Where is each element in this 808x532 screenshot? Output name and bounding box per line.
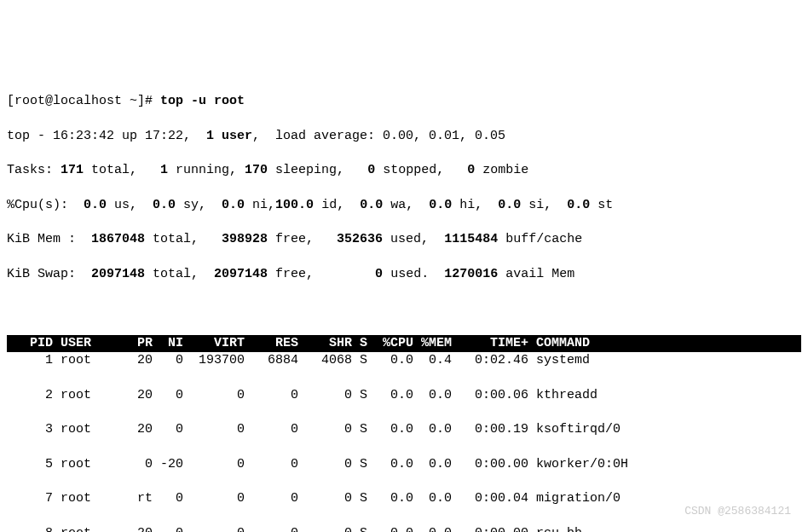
top-summary-line-3: %Cpu(s): 0.0 us, 0.0 sy, 0.0 ni,100.0 id… <box>7 197 801 214</box>
top-summary-line-5: KiB Swap: 2097148 total, 2097148 free, 0… <box>7 266 801 283</box>
top-summary-line-2: Tasks: 171 total, 1 running, 170 sleepin… <box>7 162 801 179</box>
top-summary-line-1: top - 16:23:42 up 17:22, 1 user, load av… <box>7 128 801 145</box>
command-text: top -u root <box>160 94 245 108</box>
blank-line <box>7 300 801 317</box>
process-row: 7 root rt 0 0 0 0 S 0.0 0.0 0:00.04 migr… <box>7 490 801 507</box>
process-row: 2 root 20 0 0 0 0 S 0.0 0.0 0:00.06 kthr… <box>7 387 801 404</box>
terminal-output: [root@localhost ~]# top -u root top - 16… <box>7 76 801 532</box>
process-row: 8 root 20 0 0 0 0 S 0.0 0.0 0:00.00 rcu_… <box>7 525 801 533</box>
process-row: 5 root 0 -20 0 0 0 S 0.0 0.0 0:00.00 kwo… <box>7 456 801 473</box>
command-line: [root@localhost ~]# top -u root <box>7 93 801 110</box>
process-table-header: PID USER PR NI VIRT RES SHR S %CPU %MEM … <box>7 335 801 352</box>
process-row: 1 root 20 0 193700 6884 4068 S 0.0 0.4 0… <box>7 352 801 369</box>
top-summary-line-4: KiB Mem : 1867048 total, 398928 free, 35… <box>7 231 801 248</box>
process-row: 3 root 20 0 0 0 0 S 0.0 0.0 0:00.19 ksof… <box>7 421 801 438</box>
